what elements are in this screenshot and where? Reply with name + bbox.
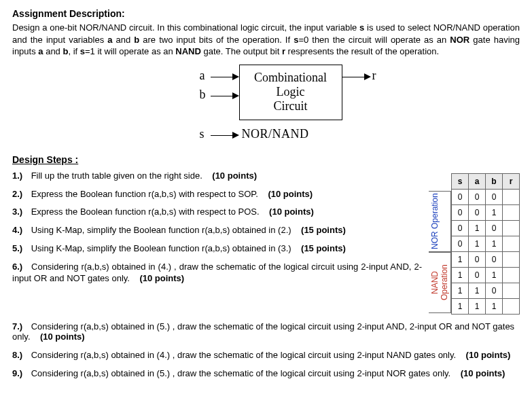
step-num: 2.) <box>12 189 29 200</box>
text: =0 then the circuit will operate as an <box>298 35 450 45</box>
box-line-2: Logic <box>240 85 342 99</box>
gate-nand: NAND <box>175 46 201 56</box>
arrow-a <box>211 77 234 78</box>
step-item: 2.) Express the Boolean function r(a,b,s… <box>12 189 422 200</box>
table-row: 101 <box>452 267 520 283</box>
step-item: 6.) Considering r(a,b,s) obtained in (4.… <box>12 262 422 285</box>
truth-table: s a b r 000 001 010 011 100 101 110 111 <box>451 173 520 315</box>
input-b-label: b <box>200 88 206 102</box>
arrow-b <box>211 96 234 97</box>
step-text: Considering r(a,b,s) obtained in (4.) , … <box>31 350 457 360</box>
cell: 1 <box>452 298 469 314</box>
col-a: a <box>469 173 486 189</box>
cell: 1 <box>486 267 503 283</box>
step-item: 4.) Using K-Map, simplify the Boolean fu… <box>12 225 422 236</box>
cell: 0 <box>469 251 486 267</box>
step-points: (10 points) <box>40 332 85 342</box>
cell: 1 <box>469 220 486 236</box>
circuit-diagram: a b s NOR/NAND Combinational Logic Circu… <box>12 65 520 146</box>
step-points: (10 points) <box>269 207 314 217</box>
step-num: 9.) <box>12 368 29 378</box>
cell: 1 <box>469 283 486 298</box>
step-text: Using K-Map, simplify the Boolean functi… <box>31 243 291 253</box>
table-row: 001 <box>452 204 520 220</box>
step-item: 7.) Considering r(a,b,s) obtained in (5.… <box>12 321 520 342</box>
cell <box>503 220 520 236</box>
cell: 0 <box>469 204 486 220</box>
input-s-label: s <box>200 127 205 141</box>
circuit-box: Combinational Logic Circuit <box>239 65 342 120</box>
arrow-s <box>211 135 234 137</box>
assignment-title: Assignment Description: <box>12 8 520 19</box>
step-text: Considering r(a,b,s) obtained in (4.) , … <box>12 262 422 283</box>
step-item: 3.) Express the Boolean function r(a,b,s… <box>12 207 422 218</box>
text: are two input bits of the operation. If <box>139 35 294 45</box>
cell: 0 <box>452 204 469 220</box>
cell: 1 <box>486 204 503 220</box>
table-header-row: s a b r <box>452 173 520 189</box>
arrow-a-head <box>232 73 239 80</box>
table-row: 000 <box>452 189 520 204</box>
var-s: s <box>80 46 85 56</box>
output-r-label: r <box>372 69 376 83</box>
text: Design a one-bit NOR/NAND circuit. In th… <box>12 22 359 33</box>
step-points: (10 points) <box>139 273 184 283</box>
table-row: 100 <box>452 251 520 267</box>
cell: 0 <box>452 236 469 251</box>
step-text: Considering r(a,b,s) obtained in (5.) , … <box>12 321 514 342</box>
box-line-3: Circuit <box>240 99 342 113</box>
step-text: Express the Boolean function r(a,b,s) wi… <box>31 207 260 217</box>
cell: 1 <box>452 283 469 298</box>
step-points: (10 points) <box>268 189 313 199</box>
arrow-s-head <box>232 132 239 139</box>
var-a: a <box>38 46 43 56</box>
table-row: 011 <box>452 236 520 251</box>
nor-operation-label: NOR Operation <box>429 191 451 252</box>
cell <box>503 283 520 298</box>
nor-nand-label: NOR/NAND <box>242 127 309 141</box>
cell <box>503 298 520 314</box>
cell: 1 <box>486 298 503 314</box>
arrow-r-head <box>364 73 371 80</box>
cell <box>503 251 520 267</box>
truth-table-wrap: NOR Operation NAND Operation s a b r 000… <box>429 173 520 315</box>
text: and <box>112 35 134 45</box>
step-points: (15 points) <box>301 243 346 253</box>
text: respresents the result of the operation. <box>285 46 439 56</box>
cell: 0 <box>469 189 486 204</box>
step-points: (10 points) <box>466 350 511 360</box>
step-num: 5.) <box>12 243 29 255</box>
text: and <box>43 46 63 56</box>
assignment-description: Design a one-bit NOR/NAND circuit. In th… <box>12 22 520 58</box>
col-s: s <box>452 173 469 189</box>
steps-list-lower: 7.) Considering r(a,b,s) obtained in (5.… <box>12 321 520 378</box>
box-line-1: Combinational <box>240 71 342 85</box>
input-a-label: a <box>200 69 205 83</box>
step-points: (10 points) <box>212 171 257 181</box>
step-num: 1.) <box>12 171 29 182</box>
cell <box>503 267 520 283</box>
step-num: 6.) <box>12 262 29 273</box>
cell: 0 <box>486 220 503 236</box>
cell: 1 <box>452 267 469 283</box>
step-text: Considering r(a,b,s) obtained in (5.) , … <box>31 368 451 378</box>
step-num: 4.) <box>12 225 29 236</box>
cell: 1 <box>486 236 503 251</box>
col-b: b <box>486 173 503 189</box>
arrow-r <box>342 77 366 78</box>
step-num: 7.) <box>12 321 29 332</box>
table-row: 111 <box>452 298 520 314</box>
cell: 0 <box>486 251 503 267</box>
step-text: Using K-Map, simplify the Boolean functi… <box>31 225 291 235</box>
design-steps-title: Design Steps : <box>12 154 520 165</box>
step-num: 8.) <box>12 350 29 360</box>
cell: 1 <box>469 236 486 251</box>
table-row: 010 <box>452 220 520 236</box>
cell: 0 <box>486 189 503 204</box>
step-num: 3.) <box>12 207 29 218</box>
cell <box>503 204 520 220</box>
cell <box>503 236 520 251</box>
step-points: (15 points) <box>301 225 346 235</box>
gate-nor: NOR <box>450 35 469 45</box>
table-row: 110 <box>452 283 520 298</box>
